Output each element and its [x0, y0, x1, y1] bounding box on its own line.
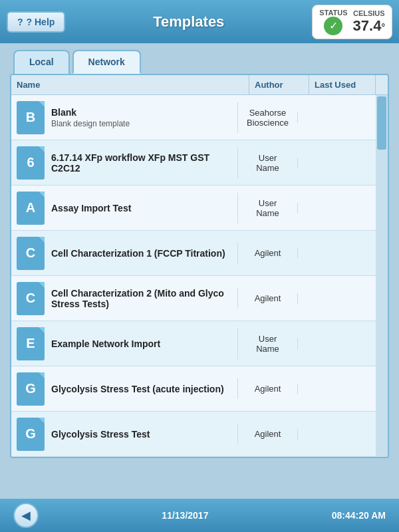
file-icon: G	[17, 372, 45, 406]
celsius-section: CELSIUS 37.4°	[353, 9, 385, 35]
item-name-block: BlankBlank design template	[51, 107, 130, 128]
page-title: Templates	[153, 13, 224, 31]
status-panel: STATUS ✓ CELSIUS 37.4°	[312, 5, 392, 39]
cell-author: Agilent	[237, 243, 297, 263]
cell-lastused	[297, 158, 364, 168]
cell-lastused	[297, 248, 364, 259]
cell-author: Agilent	[237, 424, 297, 444]
footer-date: 11/13/2017	[162, 510, 208, 521]
file-icon: A	[17, 192, 45, 225]
cell-author: Agilent	[237, 288, 297, 309]
cell-lastused	[297, 112, 364, 123]
cell-lastused	[297, 429, 364, 440]
table-row[interactable]: GGlycolysis Stress TestAgilent	[11, 412, 376, 457]
status-section: STATUS ✓	[319, 9, 347, 35]
item-title: Glycolysis Stress Test (acute injection)	[51, 384, 224, 394]
item-name-block: Cell Characterization 1 (FCCP Titration)	[51, 248, 225, 259]
cell-name: GGlycolysis Stress Test (acute injection…	[11, 367, 237, 411]
item-name-block: Glycolysis Stress Test	[51, 429, 150, 440]
item-name-block: Cell Characterization 2 (Mito and Glyco …	[51, 288, 232, 309]
cell-author: User Name	[237, 148, 297, 178]
col-author: Author	[249, 75, 309, 94]
file-icon: 6	[17, 146, 45, 180]
footer-time: 08:44:20 AM	[332, 510, 386, 521]
cell-lastused	[297, 203, 364, 213]
cell-name: BBlankBlank design template	[11, 96, 237, 140]
cell-lastused	[297, 384, 364, 394]
col-scroll-spacer	[376, 75, 388, 94]
item-name-block: Example Network Import	[51, 338, 160, 349]
table-row[interactable]: AAssay Import TestUser Name	[11, 186, 376, 231]
main-content: Local Network Name Author Last Used BBla…	[0, 43, 399, 465]
cell-lastused	[297, 293, 364, 304]
scrollbar-thumb[interactable]	[377, 96, 386, 150]
cell-name: 66.17.14 XFp workflow XFp MST GST C2C12	[11, 141, 237, 185]
table-row[interactable]: EExample Network ImportUser Name	[11, 321, 376, 366]
cell-author: Agilent	[237, 378, 297, 399]
help-icon: ?	[17, 17, 23, 27]
file-icon: C	[17, 237, 45, 270]
item-title: Example Network Import	[51, 338, 160, 349]
cell-author: Seahorse Bioscience	[237, 102, 297, 133]
help-button[interactable]: ? ? Help	[7, 11, 65, 33]
file-icon: B	[17, 101, 45, 134]
item-title: Cell Characterization 2 (Mito and Glyco …	[51, 288, 232, 309]
item-name-block: Glycolysis Stress Test (acute injection)	[51, 384, 224, 394]
scrollbar-track[interactable]	[376, 95, 388, 457]
item-subtitle: Blank design template	[51, 119, 130, 128]
celsius-value: 37.4°	[353, 17, 385, 35]
cell-name: EExample Network Import	[11, 322, 237, 366]
file-icon: C	[17, 282, 45, 315]
status-label: STATUS	[319, 9, 347, 17]
table-body-wrapper: BBlankBlank design templateSeahorse Bios…	[11, 95, 388, 457]
header: ? ? Help Templates STATUS ✓ CELSIUS 37.4…	[0, 0, 399, 43]
table-row[interactable]: GGlycolysis Stress Test (acute injection…	[11, 366, 376, 412]
template-table: Name Author Last Used BBlankBlank design…	[10, 74, 389, 458]
cell-name: AAssay Import Test	[11, 186, 237, 230]
table-row[interactable]: CCell Characterization 1 (FCCP Titration…	[11, 231, 376, 276]
tab-local[interactable]: Local	[13, 50, 70, 74]
item-title: Cell Characterization 1 (FCCP Titration)	[51, 248, 225, 259]
table-body: BBlankBlank design templateSeahorse Bios…	[11, 95, 376, 457]
item-title: Assay Import Test	[51, 203, 131, 213]
item-name-block: Assay Import Test	[51, 203, 131, 213]
cell-name: CCell Characterization 2 (Mito and Glyco…	[11, 277, 237, 321]
item-title: Glycolysis Stress Test	[51, 429, 150, 440]
table-row[interactable]: CCell Characterization 2 (Mito and Glyco…	[11, 276, 376, 321]
file-icon: G	[17, 418, 45, 451]
bottom-bar: ◀ 11/13/2017 08:44:20 AM	[0, 499, 399, 532]
cell-author: User Name	[237, 329, 297, 359]
item-title: Blank	[51, 107, 130, 118]
cell-lastused	[297, 338, 364, 349]
file-icon: E	[17, 327, 45, 360]
table-row[interactable]: BBlankBlank design templateSeahorse Bios…	[11, 95, 376, 140]
tabs: Local Network	[10, 50, 389, 74]
cell-name: GGlycolysis Stress Test	[11, 412, 237, 456]
table-header: Name Author Last Used	[11, 75, 388, 95]
item-title: 6.17.14 XFp workflow XFp MST GST C2C12	[51, 152, 232, 174]
help-label: ? Help	[27, 17, 55, 27]
col-lastused: Last Used	[309, 75, 376, 94]
celsius-label: CELSIUS	[353, 9, 385, 17]
table-row[interactable]: 66.17.14 XFp workflow XFp MST GST C2C12U…	[11, 140, 376, 186]
status-check-icon: ✓	[324, 17, 342, 35]
back-button[interactable]: ◀	[13, 503, 39, 528]
col-name: Name	[11, 75, 249, 94]
cell-name: CCell Characterization 1 (FCCP Titration…	[11, 231, 237, 275]
cell-author: User Name	[237, 193, 297, 223]
tab-network[interactable]: Network	[72, 50, 141, 74]
item-name-block: 6.17.14 XFp workflow XFp MST GST C2C12	[51, 152, 232, 174]
